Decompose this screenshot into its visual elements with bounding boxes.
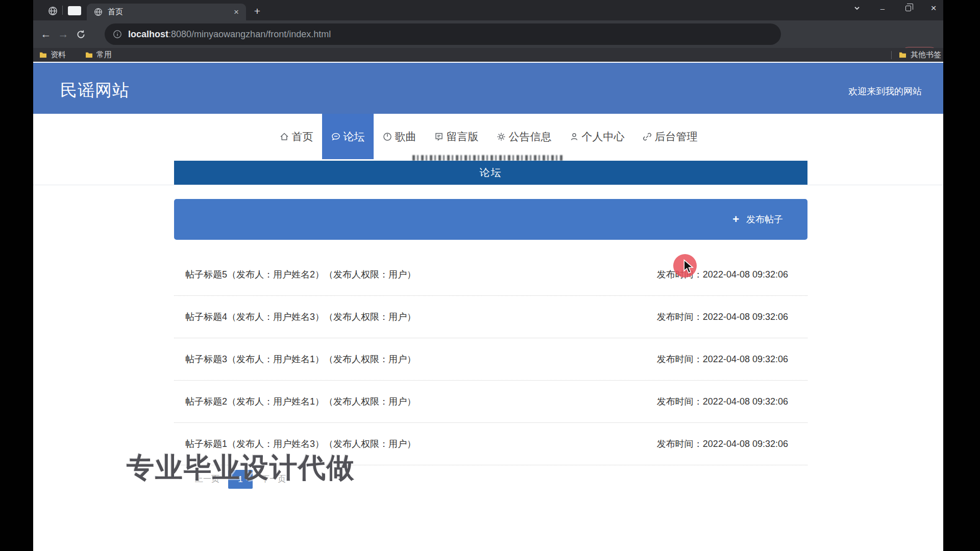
user-icon xyxy=(569,132,579,142)
reload-icon xyxy=(76,30,86,39)
post-title-link[interactable]: 帖子标题4（发布人：用户姓名3）（发布人权限：用户） xyxy=(185,311,416,323)
pinned-tab-blank[interactable] xyxy=(68,6,81,15)
nav-item-announcements[interactable]: 公告信息 xyxy=(487,114,560,159)
plus-icon: + xyxy=(732,213,739,226)
nav-label: 论坛 xyxy=(344,130,365,144)
active-tab[interactable]: 首页 × xyxy=(87,4,246,20)
chat-bubble-icon xyxy=(331,132,341,142)
nav-label: 公告信息 xyxy=(509,130,552,144)
nav-item-user-center[interactable]: 个人中心 xyxy=(560,114,633,159)
back-button[interactable]: ← xyxy=(37,26,55,43)
forum-post-list: 帖子标题5（发布人：用户姓名2）（发布人权限：用户） 发布时间：2022-04-… xyxy=(174,254,807,465)
post-title-link[interactable]: 帖子标题2（发布人：用户姓名1）（发布人权限：用户） xyxy=(185,395,416,408)
pinned-tab[interactable] xyxy=(47,5,58,16)
bookmark-label: 资料 xyxy=(51,50,66,60)
restore-icon xyxy=(905,6,911,11)
desktop-right-strip xyxy=(943,0,980,551)
bookmark-label: 常用 xyxy=(96,50,112,60)
reload-button[interactable] xyxy=(72,26,89,43)
window-controls: – × xyxy=(851,0,939,16)
bookmark-folder-ziliao[interactable]: 资料 xyxy=(39,50,66,60)
nav-label: 歌曲 xyxy=(395,130,416,144)
folder-icon xyxy=(899,52,906,58)
publish-post-label: 发布帖子 xyxy=(746,213,783,226)
clock-icon xyxy=(382,132,393,142)
note-icon xyxy=(434,132,444,142)
obscured-text-smudge xyxy=(412,155,564,161)
post-title-link[interactable]: 帖子标题3（发布人：用户姓名1）（发布人权限：用户） xyxy=(185,353,416,365)
nav-label: 个人中心 xyxy=(582,130,625,144)
folder-icon xyxy=(39,52,47,58)
other-bookmarks[interactable]: 其他书签 xyxy=(891,48,943,62)
tab-strip: 首页 × + – × xyxy=(33,0,943,20)
site-title: 民谣网站 xyxy=(60,79,130,102)
globe-icon xyxy=(48,6,58,16)
webpage: 民谣网站 欢迎来到我的网站 首页 论坛 歌曲 留言版 xyxy=(33,62,943,551)
desktop-left-strip xyxy=(0,0,33,551)
mouse-cursor-icon xyxy=(682,259,695,274)
address-bar[interactable]: localhost:8080/minyaowangzhan/front/inde… xyxy=(105,23,781,45)
post-title-link[interactable]: 帖子标题1（发布人：用户姓名3）（发布人权限：用户） xyxy=(185,438,416,450)
tab-title: 首页 xyxy=(108,7,232,17)
globe-icon xyxy=(94,8,103,16)
browser-toolbar: ← → localhost:8080/minyaowangzhan/front/… xyxy=(33,20,943,48)
post-title-link[interactable]: 帖子标题5（发布人：用户姓名2）（发布人权限：用户） xyxy=(185,268,416,281)
post-time: 发布时间：2022-04-08 09:32:06 xyxy=(657,311,788,323)
publish-toolbar: + 发布帖子 xyxy=(174,199,807,240)
watermark-text: 专业毕业设计代做 xyxy=(127,449,355,487)
post-row: 帖子标题4（发布人：用户姓名3）（发布人权限：用户） 发布时间：2022-04-… xyxy=(174,296,807,338)
url-text: localhost:8080/minyaowangzhan/front/inde… xyxy=(128,29,331,40)
post-row: 帖子标题3（发布人：用户姓名1）（发布人权限：用户） 发布时间：2022-04-… xyxy=(174,338,807,381)
nav-item-home[interactable]: 首页 xyxy=(271,114,322,159)
nav-item-forum[interactable]: 论坛 xyxy=(322,114,374,159)
main-nav: 首页 论坛 歌曲 留言版 公告信息 xyxy=(33,114,943,159)
header-divider xyxy=(33,185,943,185)
bookmark-folder-changyong[interactable]: 常用 xyxy=(85,50,112,60)
tab-close-icon[interactable]: × xyxy=(232,7,241,17)
bookmarks-divider xyxy=(891,51,892,59)
nav-label: 后台管理 xyxy=(655,130,698,144)
site-header: 民谣网站 欢迎来到我的网站 xyxy=(33,63,943,114)
url-host: localhost xyxy=(128,29,168,39)
post-row: 帖子标题5（发布人：用户姓名2）（发布人权限：用户） 发布时间：2022-04-… xyxy=(174,254,807,296)
info-icon[interactable] xyxy=(113,30,122,39)
post-time: 发布时间：2022-04-08 09:32:06 xyxy=(657,395,788,408)
other-bookmarks-label: 其他书签 xyxy=(911,50,941,60)
forward-button[interactable]: → xyxy=(55,26,72,43)
nav-label: 首页 xyxy=(292,130,313,144)
post-time: 发布时间：2022-04-08 09:32:06 xyxy=(657,438,788,450)
screen: 首页 × + – × ← → xyxy=(0,0,980,551)
tab-search-chevron-icon[interactable] xyxy=(851,3,863,14)
tab-divider xyxy=(62,6,63,15)
close-window-button[interactable]: × xyxy=(928,3,939,14)
link-icon xyxy=(642,132,652,142)
home-icon xyxy=(279,132,289,142)
nav-item-admin[interactable]: 后台管理 xyxy=(633,114,706,159)
browser-window: 首页 × + – × ← → xyxy=(33,0,943,551)
page-title: 论坛 xyxy=(480,166,502,180)
nav-item-songs[interactable]: 歌曲 xyxy=(374,114,425,159)
nav-item-message-board[interactable]: 留言版 xyxy=(425,114,487,159)
page-banner: 论坛 xyxy=(174,161,807,185)
minimize-button[interactable]: – xyxy=(877,3,888,14)
post-time: 发布时间：2022-04-08 09:32:06 xyxy=(657,353,788,365)
folder-icon xyxy=(85,52,93,58)
restore-button[interactable] xyxy=(902,3,914,14)
bookmarks-bar: 资料 常用 其他书签 xyxy=(33,48,943,62)
url-path: :8080/minyaowangzhan/front/index.html xyxy=(168,29,331,39)
nav-label: 留言版 xyxy=(447,130,479,144)
post-row: 帖子标题2（发布人：用户姓名1）（发布人权限：用户） 发布时间：2022-04-… xyxy=(174,381,807,423)
welcome-text: 欢迎来到我的网站 xyxy=(848,85,922,97)
publish-post-button[interactable]: + 发布帖子 xyxy=(732,211,783,228)
new-tab-button[interactable]: + xyxy=(250,4,265,18)
gear-icon xyxy=(496,132,506,142)
